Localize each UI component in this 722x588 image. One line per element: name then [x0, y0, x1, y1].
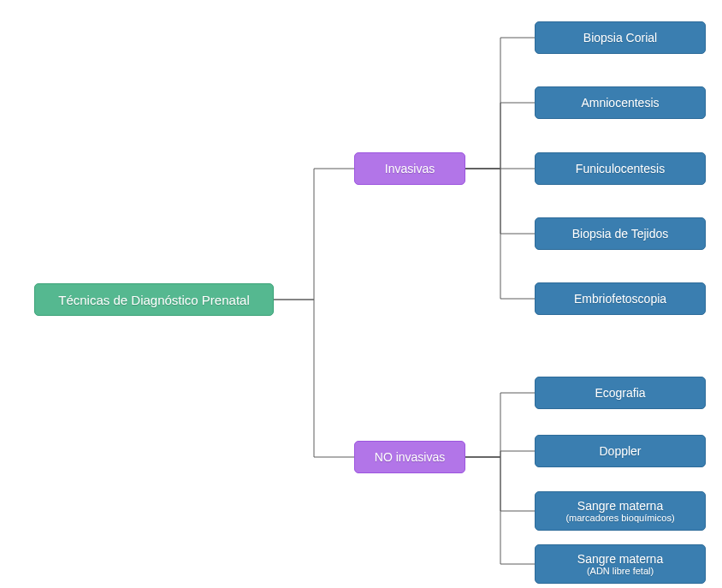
leaf-label: Biopsia de Tejidos: [572, 227, 669, 241]
leaf-label: Sangre materna: [577, 499, 663, 513]
leaf-embriofetoscopia[interactable]: Embriofetoscopia: [535, 282, 706, 315]
root-label: Técnicas de Diagnóstico Prenatal: [58, 293, 249, 307]
leaf-ecografia[interactable]: Ecografia: [535, 377, 706, 409]
leaf-sangre-marcadores[interactable]: Sangre materna (marcadores bioquímicos): [535, 491, 706, 531]
leaf-label: Sangre materna: [577, 552, 663, 566]
branch-label: NO invasivas: [375, 450, 445, 464]
leaf-amniocentesis[interactable]: Amniocentesis: [535, 86, 706, 119]
leaf-biopsia-tejidos[interactable]: Biopsia de Tejidos: [535, 217, 706, 250]
root-node[interactable]: Técnicas de Diagnóstico Prenatal: [34, 283, 274, 316]
leaf-label: Doppler: [599, 444, 641, 458]
branch-no-invasivas[interactable]: NO invasivas: [354, 441, 465, 473]
leaf-label: Biopsia Corial: [583, 31, 657, 45]
branch-label: Invasivas: [385, 162, 435, 175]
leaf-label: Ecografia: [595, 386, 645, 400]
leaf-label: Embriofetoscopia: [574, 292, 666, 306]
leaf-doppler[interactable]: Doppler: [535, 435, 706, 467]
leaf-funiculocentesis[interactable]: Funiculocentesis: [535, 152, 706, 185]
leaf-sublabel: (ADN libre fetal): [587, 566, 654, 576]
leaf-sangre-adn[interactable]: Sangre materna (ADN libre fetal): [535, 544, 706, 584]
leaf-label: Funiculocentesis: [576, 162, 665, 175]
leaf-label: Amniocentesis: [581, 96, 659, 110]
branch-invasivas[interactable]: Invasivas: [354, 152, 465, 185]
leaf-biopsia-corial[interactable]: Biopsia Corial: [535, 21, 706, 54]
leaf-sublabel: (marcadores bioquímicos): [565, 513, 674, 523]
